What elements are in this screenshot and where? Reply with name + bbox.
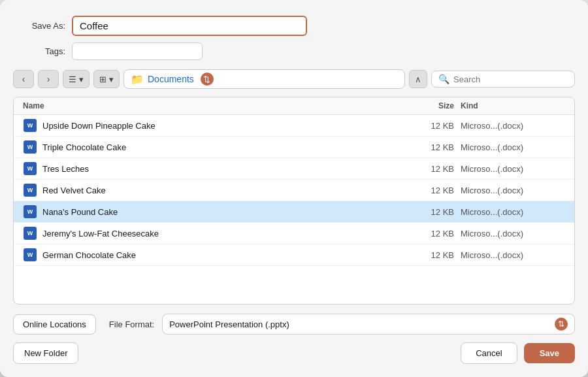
word-icon: W xyxy=(24,205,37,218)
search-icon: 🔍 xyxy=(438,74,449,84)
cancel-button[interactable]: Cancel xyxy=(461,342,517,364)
list-icon: ☰ xyxy=(69,74,76,84)
bottom-bar: Online Locations File Format: PowerPoint… xyxy=(13,314,575,335)
col-name-header: Name xyxy=(23,101,402,110)
folder-icon: 📁 xyxy=(131,73,144,86)
table-row[interactable]: W Red Velvet Cake 12 KB Microso...(.docx… xyxy=(14,180,574,201)
file-list: W Upside Down Pineapple Cake 12 KB Micro… xyxy=(14,115,574,302)
save-as-label: Save As: xyxy=(13,21,72,31)
file-kind: Microso...(.docx) xyxy=(461,186,565,195)
file-name: Tres Leches xyxy=(42,164,402,174)
file-icon: W xyxy=(23,226,37,240)
word-icon: W xyxy=(24,184,37,197)
file-list-header: Name Size Kind xyxy=(14,97,574,115)
file-size: 12 KB xyxy=(402,207,461,217)
grid-view-button[interactable]: ⊞ ▾ xyxy=(93,70,120,88)
word-icon: W xyxy=(24,162,37,175)
file-kind: Microso...(.docx) xyxy=(461,207,565,217)
word-icon: W xyxy=(24,140,37,154)
save-as-input[interactable] xyxy=(72,16,307,36)
col-kind-header: Kind xyxy=(461,101,565,110)
file-kind: Microso...(.docx) xyxy=(461,142,565,152)
table-row[interactable]: W German Chocolate Cake 12 KB Microso...… xyxy=(14,244,574,266)
word-icon: W xyxy=(24,248,37,261)
save-dialog: Save As: Tags: ‹ › ☰ ▾ ⊞ ▾ 📁 Documents ⇅… xyxy=(0,0,588,377)
table-row[interactable]: W Tres Leches 12 KB Microso...(.docx) xyxy=(14,158,574,180)
action-bar: New Folder Cancel Save xyxy=(13,342,575,364)
file-size: 12 KB xyxy=(402,250,461,260)
file-icon: W xyxy=(23,140,37,154)
file-format-select[interactable]: PowerPoint Presentation (.pptx) ⇅ xyxy=(162,314,575,335)
table-row[interactable]: W Triple Chocolate Cake 12 KB Microso...… xyxy=(14,137,574,158)
format-stepper[interactable]: ⇅ xyxy=(555,318,568,331)
new-folder-button[interactable]: New Folder xyxy=(13,342,78,364)
format-updown-icon: ⇅ xyxy=(558,320,564,329)
table-row[interactable]: W Nana's Pound Cake 12 KB Microso...(.do… xyxy=(14,201,574,223)
file-size: 12 KB xyxy=(402,121,461,131)
file-name: Upside Down Pineapple Cake xyxy=(42,121,402,131)
file-name: German Chocolate Cake xyxy=(42,250,402,260)
file-format-value: PowerPoint Presentation (.pptx) xyxy=(169,320,551,329)
word-icon: W xyxy=(24,227,37,240)
col-size-header: Size xyxy=(402,101,461,110)
location-up-down-icon: ⇅ xyxy=(203,74,210,84)
location-button[interactable]: 📁 Documents ⇅ xyxy=(123,69,405,89)
location-stepper[interactable]: ⇅ xyxy=(201,73,214,86)
file-kind: Microso...(.docx) xyxy=(461,121,565,131)
save-button[interactable]: Save xyxy=(524,343,575,363)
tags-row: Tags: xyxy=(13,42,575,60)
file-name: Nana's Pound Cake xyxy=(42,207,402,217)
table-row[interactable]: W Jeremy's Low-Fat Cheesecake 12 KB Micr… xyxy=(14,223,574,244)
file-size: 12 KB xyxy=(402,142,461,152)
grid-icon: ⊞ xyxy=(99,74,106,84)
word-icon: W xyxy=(24,119,37,132)
file-icon: W xyxy=(23,248,37,262)
online-locations-button[interactable]: Online Locations xyxy=(13,314,96,335)
search-box: 🔍 xyxy=(431,71,575,88)
file-icon: W xyxy=(23,118,37,133)
file-size: 12 KB xyxy=(402,229,461,238)
expand-button[interactable]: ∧ xyxy=(409,70,427,88)
grid-view-chevron: ▾ xyxy=(109,74,114,84)
save-as-row: Save As: xyxy=(13,16,575,36)
file-name: Triple Chocolate Cake xyxy=(42,142,402,152)
file-size: 12 KB xyxy=(402,186,461,195)
file-name: Jeremy's Low-Fat Cheesecake xyxy=(42,229,402,238)
file-kind: Microso...(.docx) xyxy=(461,164,565,174)
list-view-chevron: ▾ xyxy=(79,74,84,84)
file-icon: W xyxy=(23,205,37,219)
file-icon: W xyxy=(23,183,37,197)
file-format-label: File Format: xyxy=(109,320,154,329)
right-buttons: Cancel Save xyxy=(461,342,575,364)
file-size: 12 KB xyxy=(402,164,461,174)
search-input[interactable] xyxy=(453,74,568,84)
file-name: Red Velvet Cake xyxy=(42,186,402,195)
forward-button[interactable]: › xyxy=(38,70,59,88)
table-row[interactable]: W Upside Down Pineapple Cake 12 KB Micro… xyxy=(14,115,574,137)
toolbar: ‹ › ☰ ▾ ⊞ ▾ 📁 Documents ⇅ ∧ 🔍 xyxy=(13,69,575,89)
file-list-container: Name Size Kind W Upside Down Pineapple C… xyxy=(13,97,575,304)
tags-input[interactable] xyxy=(72,42,203,60)
list-view-button[interactable]: ☰ ▾ xyxy=(63,70,90,88)
file-kind: Microso...(.docx) xyxy=(461,250,565,260)
back-button[interactable]: ‹ xyxy=(13,70,34,88)
tags-label: Tags: xyxy=(13,46,72,56)
location-name: Documents xyxy=(148,74,194,84)
file-icon: W xyxy=(23,161,37,176)
file-kind: Microso...(.docx) xyxy=(461,229,565,238)
expand-icon: ∧ xyxy=(415,74,421,84)
